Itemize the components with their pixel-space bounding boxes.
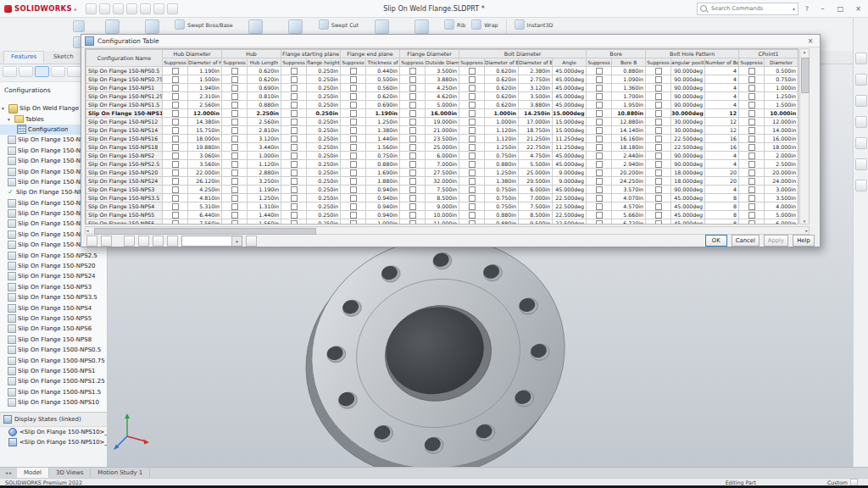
value-cell[interactable]: 90.000deg (671, 152, 705, 160)
value-cell[interactable]: 1.250in (366, 118, 400, 126)
suppress-checkbox-cell[interactable] (739, 84, 765, 92)
equations-icon[interactable] (153, 236, 164, 247)
suppress-checkbox[interactable] (409, 212, 416, 219)
value-cell[interactable]: 45.000deg (671, 211, 705, 219)
refresh-icon[interactable] (167, 236, 178, 247)
suppress-checkbox-cell[interactable] (459, 152, 485, 160)
value-cell[interactable]: 0.250in (307, 194, 341, 202)
suppress-checkbox[interactable] (172, 119, 179, 125)
suppress-checkbox[interactable] (291, 110, 298, 117)
value-cell[interactable]: 4.070in (612, 194, 646, 202)
value-cell[interactable]: 7.500in (426, 186, 459, 194)
suppress-checkbox[interactable] (350, 178, 357, 185)
suppress-checkbox-cell[interactable] (646, 152, 671, 160)
config-name-cell[interactable]: Slip On Flange 150-NPS10 (86, 109, 163, 118)
suppress-checkbox[interactable] (350, 127, 357, 134)
column-group-bolt-hole-pattern[interactable]: Bolt Hole Pattern (646, 50, 739, 58)
suppress-checkbox-cell[interactable] (341, 219, 366, 225)
value-cell[interactable]: 3.120in (248, 135, 281, 143)
value-cell[interactable]: 0.250in (307, 152, 341, 160)
minimize-button[interactable]: – (815, 5, 830, 13)
value-cell[interactable]: 3.570in (612, 186, 646, 194)
suppress-checkbox-cell[interactable] (222, 152, 248, 160)
suppress-checkbox[interactable] (748, 195, 755, 202)
value-cell[interactable]: 18.180in (612, 143, 646, 152)
value-cell[interactable]: 15.750in (188, 126, 222, 135)
suppress-checkbox[interactable] (409, 178, 416, 185)
table-row[interactable]: Slip On Flange 150-NPS1618.000in3.120in0… (86, 135, 798, 143)
scroll-right-icon[interactable]: ▸ (805, 228, 808, 233)
suppress-checkbox-cell[interactable] (646, 109, 671, 118)
value-cell[interactable]: 25.000in (519, 169, 553, 177)
value-cell[interactable]: 9.000in (426, 202, 459, 211)
column-subheader-angular-positi[interactable]: angular positi (671, 58, 705, 67)
value-cell[interactable]: 0.750in (366, 152, 400, 160)
suppress-checkbox[interactable] (350, 152, 357, 159)
suppress-checkbox-cell[interactable] (341, 143, 366, 152)
value-cell[interactable]: 1.440in (248, 211, 281, 219)
suppress-checkbox-cell[interactable] (163, 84, 188, 92)
suppress-checkbox[interactable] (172, 178, 179, 185)
suppress-checkbox[interactable] (596, 178, 603, 185)
suppress-checkbox[interactable] (469, 119, 476, 125)
value-cell[interactable]: 7.000in (519, 194, 553, 202)
tab-scroll-arrows[interactable]: ◂ ▸ (0, 468, 17, 478)
suppress-checkbox[interactable] (596, 110, 603, 117)
display-state-item[interactable]: <Slip On Flange 150-NPS10>_Appea (0, 427, 107, 437)
suppress-checkbox-cell[interactable] (587, 194, 612, 202)
suppress-checkbox-cell[interactable] (587, 126, 612, 135)
value-cell[interactable]: 0.250in (307, 135, 341, 143)
value-cell[interactable]: 18.750in (519, 126, 553, 135)
value-cell[interactable]: 14.250in (519, 109, 553, 118)
suppress-checkbox-cell[interactable] (400, 92, 426, 101)
value-cell[interactable]: 18.000in (188, 135, 222, 143)
value-cell[interactable]: 12 (705, 109, 739, 118)
suppress-checkbox-cell[interactable] (587, 202, 612, 211)
display-state-item[interactable]: <Slip On Flange 150-NPS10>_Displa (0, 437, 107, 447)
value-cell[interactable]: 4.000in (765, 202, 798, 211)
value-cell[interactable]: 0.750in (485, 186, 519, 194)
column-subheader-suppress[interactable]: Suppress (341, 58, 366, 67)
suppress-checkbox-cell[interactable] (400, 177, 426, 186)
edit-sketch-icon[interactable] (73, 20, 85, 32)
suppress-checkbox[interactable] (291, 161, 298, 168)
column-subheader-suppress[interactable]: Suppress (646, 58, 671, 67)
value-cell[interactable]: 0.250in (307, 143, 341, 152)
table-row[interactable]: Slip On Flange 150-NPS1819.880in3.440in0… (86, 143, 798, 152)
suppress-checkbox-cell[interactable] (281, 84, 307, 92)
suppress-checkbox-cell[interactable] (281, 177, 307, 186)
column-subheader-diameter-of-b[interactable]: Diameter of B (485, 58, 519, 67)
apply-filter-icon[interactable] (246, 236, 257, 247)
value-cell[interactable]: 23.500in (426, 135, 459, 143)
value-cell[interactable]: 16.000in (426, 109, 459, 118)
column-subheader-diameter-of-h[interactable]: Diameter of H (188, 58, 222, 67)
suppress-checkbox[interactable] (409, 127, 416, 134)
suppress-checkbox-cell[interactable] (646, 169, 671, 177)
value-cell[interactable]: 5.000in (765, 211, 798, 219)
suppress-checkbox[interactable] (655, 110, 662, 117)
suppress-checkbox-cell[interactable] (646, 118, 671, 126)
suppress-checkbox-cell[interactable] (646, 186, 671, 194)
table-row[interactable]: Slip On Flange 150-NPS1012.000in2.250in0… (86, 109, 798, 118)
value-cell[interactable]: 22.500deg (553, 202, 587, 211)
value-cell[interactable]: 0.620in (366, 92, 400, 101)
suppress-checkbox[interactable] (655, 76, 662, 83)
suppress-checkbox-cell[interactable] (459, 101, 485, 109)
value-cell[interactable]: 1.380in (485, 177, 519, 186)
value-cell[interactable]: 1.000in (485, 109, 519, 118)
suppress-checkbox-cell[interactable] (587, 67, 612, 75)
suppress-checkbox[interactable] (409, 152, 416, 159)
suppress-checkbox[interactable] (291, 102, 298, 108)
sidebar-item-configuration[interactable]: Slip On Flange 1500-NPS1 (0, 366, 107, 376)
suppress-checkbox-cell[interactable] (587, 92, 612, 101)
value-cell[interactable]: 1.700in (612, 92, 646, 101)
suppress-checkbox-cell[interactable] (587, 169, 612, 177)
value-cell[interactable]: 1.380in (366, 126, 400, 135)
suppress-checkbox[interactable] (655, 102, 662, 108)
column-subheader-outside-diam[interactable]: Outside Diam (426, 58, 459, 67)
view-palette-icon[interactable] (855, 116, 867, 128)
suppress-checkbox-cell[interactable] (587, 75, 612, 84)
value-cell[interactable]: 1.190in (366, 109, 400, 118)
sidebar-item-configuration[interactable]: Slip On Flange 1500-NPS0.5 (0, 345, 107, 355)
suppress-checkbox-cell[interactable] (281, 67, 307, 75)
